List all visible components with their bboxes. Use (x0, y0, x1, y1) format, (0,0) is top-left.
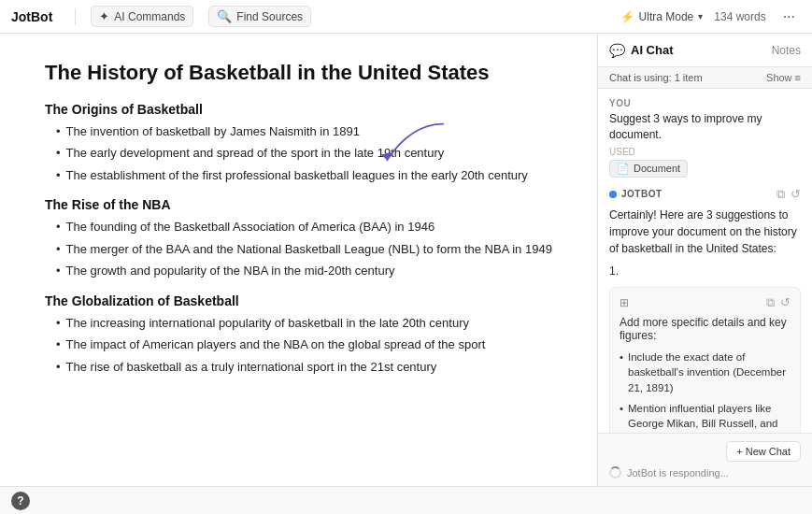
you-label: YOU (609, 98, 801, 108)
section-heading-origins: The Origins of Basketball (45, 102, 552, 117)
more-options-button[interactable]: ··· (777, 7, 801, 27)
chat-using-label: Chat is using: 1 item (609, 72, 703, 83)
used-label: USED (609, 147, 801, 157)
suggestion-bullet-2: Mention influential players like George … (620, 401, 791, 433)
chat-icon: 💬 (609, 43, 625, 58)
section-origins-extra: The early development and spread of the … (45, 144, 552, 184)
commands-icon: ✦ (99, 9, 109, 23)
tab-notes[interactable]: Notes (772, 44, 801, 57)
section-origins: The Origins of Basketball The invention … (45, 102, 552, 141)
copy-icon[interactable]: ⧉ (776, 187, 785, 202)
chat-using-bar: Chat is using: 1 item Show ≡ (598, 67, 812, 89)
user-message-block: YOU Suggest 3 ways to improve my documen… (609, 98, 801, 178)
app-logo: JotBot (11, 9, 52, 24)
bot-actions: ⧉ ↺ (776, 187, 801, 202)
bot-msg-header: JOTBOT ⧉ ↺ (609, 187, 801, 202)
main-layout: The History of Basketball in the United … (0, 34, 812, 486)
bottom-bar: ? (0, 486, 812, 514)
bot-message-block-2: ⊞ ⧉ ↺ Add more specific details and key … (609, 287, 801, 433)
new-chat-button[interactable]: + New Chat (726, 441, 801, 462)
chevron-down-icon: ▾ (698, 11, 703, 21)
bullet-item: The merger of the BAA and the National B… (56, 240, 552, 259)
bullet-item: The early development and spread of the … (56, 144, 552, 163)
chevron-icon: ≡ (795, 72, 801, 83)
ai-commands-button[interactable]: ✦ AI Commands (91, 6, 193, 27)
document-title: The History of Basketball in the United … (45, 60, 552, 87)
bullet-item: The invention of basketball by James Nai… (56, 122, 552, 141)
document-area: The History of Basketball in the United … (0, 34, 597, 486)
word-count: 134 words (714, 10, 765, 23)
responding-status: JotBot is responding... (609, 466, 801, 478)
mode-icon: ⚡ (620, 10, 634, 23)
refresh-icon[interactable]: ↺ (791, 187, 801, 202)
separator (75, 8, 76, 25)
responding-text: JotBot is responding... (627, 467, 729, 478)
bot-label: JOTBOT (609, 189, 662, 199)
refresh-icon-2[interactable]: ↺ (780, 295, 791, 310)
top-bar: JotBot ✦ AI Commands 🔍 Find Sources ⚡ Ul… (0, 0, 812, 34)
right-panel: 💬 AI Chat Notes Chat is using: 1 item Sh… (597, 34, 812, 486)
section-nba: The Rise of the NBA The founding of the … (45, 197, 552, 280)
help-button[interactable]: ? (11, 492, 30, 510)
bullet-item: The increasing international popularity … (56, 314, 552, 333)
mode-selector[interactable]: ⚡ Ultra Mode ▾ (620, 10, 704, 23)
bot-message-text-1: Certainly! Here are 3 suggestions to imp… (609, 207, 801, 257)
bot-msg2-header: ⊞ ⧉ ↺ (620, 295, 791, 310)
bullet-item: The establishment of the first professio… (56, 166, 552, 185)
chat-footer: + New Chat JotBot is responding... (598, 433, 812, 486)
bot-icon-small: ⊞ (620, 296, 629, 309)
bullet-item: The impact of American players and the N… (56, 336, 552, 354)
bot-message-block-1: JOTBOT ⧉ ↺ Certainly! Here are 3 suggest… (609, 187, 801, 278)
numbered-item: 1. (609, 264, 801, 278)
suggestion-bullet-1: Include the exact date of basketball's i… (620, 350, 791, 396)
add-details-text: Add more specific details and key figure… (620, 316, 791, 342)
bullet-item: The rise of basketball as a truly intern… (56, 358, 552, 377)
search-icon: 🔍 (217, 9, 232, 23)
copy-icon-2[interactable]: ⧉ (766, 295, 775, 310)
panel-header: 💬 AI Chat Notes (598, 34, 812, 67)
panel-title: AI Chat (631, 43, 674, 57)
chat-messages: YOU Suggest 3 ways to improve my documen… (598, 89, 812, 433)
section-heading-globalization: The Globalization of Basketball (45, 293, 552, 308)
bot-dot (609, 191, 617, 198)
bullet-item: The founding of the Basketball Associati… (56, 218, 552, 236)
panel-title-area: 💬 AI Chat (609, 43, 674, 58)
find-sources-button[interactable]: 🔍 Find Sources (208, 6, 311, 27)
panel-tabs: Notes (772, 44, 801, 57)
section-globalization: The Globalization of Basketball The incr… (45, 293, 552, 377)
document-icon: 📄 (617, 163, 630, 175)
bot-actions-2: ⧉ ↺ (766, 295, 791, 310)
document-badge: 📄 Document (609, 160, 688, 178)
section-heading-nba: The Rise of the NBA (45, 197, 552, 212)
loading-spinner (609, 466, 621, 478)
user-message-text: Suggest 3 ways to improve my document. (609, 111, 801, 143)
bullet-item: The growth and popularity of the NBA in … (56, 262, 552, 280)
show-button[interactable]: Show ≡ (766, 72, 801, 83)
